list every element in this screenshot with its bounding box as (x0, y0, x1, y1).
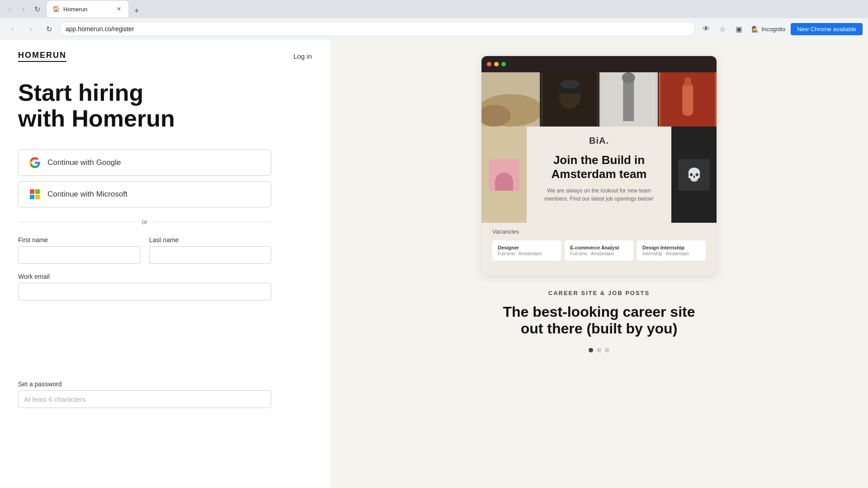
preview-dot-red (487, 62, 491, 66)
incognito-icon: 🕵 (751, 26, 759, 33)
first-name-input[interactable] (18, 246, 140, 264)
svg-rect-12 (623, 78, 634, 121)
forward-button[interactable]: › (17, 3, 30, 15)
bookmark-button[interactable]: ☆ (715, 22, 730, 36)
site-header: HOMERUN Log in (18, 40, 312, 80)
svg-rect-3 (35, 195, 40, 199)
google-auth-button[interactable]: Continue with Google (18, 150, 271, 176)
active-tab[interactable]: 🏠 Homerun ✕ (47, 1, 128, 17)
job-type-0: Full-time · Amsterdam (498, 251, 556, 256)
accessibility-button[interactable]: 👁 (699, 22, 713, 36)
last-name-group: Last name (149, 236, 271, 264)
svg-point-13 (622, 72, 635, 83)
tabs-container: 🏠 Homerun ✕ + (47, 1, 864, 17)
hero-title: Start hiring with Homerun (18, 80, 244, 131)
right-panel: BiA. Join the Build in Amsterdam team We… (330, 40, 868, 488)
email-group: Work email (18, 273, 271, 371)
svg-point-10 (560, 80, 579, 89)
mosaic-man-image (541, 72, 599, 127)
address-bar-url: app.homerun.co/register (66, 25, 689, 33)
name-form-row: First name Last name (18, 236, 271, 264)
svg-rect-1 (35, 189, 40, 194)
carousel-headline: The best-looking career site out there (… (503, 304, 695, 337)
mosaic-sand-image (481, 72, 540, 127)
bottle-icon (659, 72, 717, 127)
job-card-0: Designer Full-time · Amsterdam (492, 240, 561, 261)
preview-vacancies-section: Vacancies Designer Full-time · Amsterdam… (481, 223, 717, 275)
side-image-left (481, 127, 527, 223)
email-label: Work email (18, 273, 271, 280)
reload-nav-button[interactable]: ↻ (42, 22, 56, 36)
browser-window: ‹ › ↻ 🏠 Homerun ✕ + ‹ › ↻ app.homerun.co… (0, 0, 868, 488)
google-icon (29, 157, 40, 168)
career-preview-card: BiA. Join the Build in Amsterdam team We… (481, 56, 717, 275)
last-name-label: Last name (149, 236, 271, 244)
left-panel: HOMERUN Log in Start hiring with Homerun (0, 40, 330, 488)
first-name-label: First name (18, 236, 140, 244)
carousel-section: Career site & job posts The best-looking… (488, 290, 709, 352)
password-label: Set a password (18, 380, 271, 388)
job-type-2: Internship · Amsterdam (642, 251, 700, 256)
logo: HOMERUN (18, 51, 66, 62)
job-type-1: Full-time · Amsterdam (570, 251, 628, 256)
man-hat-icon (541, 72, 599, 127)
preview-dot-yellow (494, 62, 499, 66)
preview-brand: BiA. (538, 136, 660, 146)
preview-dot-green (501, 62, 506, 66)
microsoft-auth-button[interactable]: Continue with Microsoft (18, 181, 271, 207)
carousel-dot-1[interactable] (589, 348, 593, 352)
sidebar-button[interactable]: ▣ (731, 22, 746, 36)
vacancies-label: Vacancies (489, 228, 709, 235)
carousel-dot-2[interactable] (597, 348, 601, 352)
carousel-dots (503, 348, 695, 352)
tab-bar: ‹ › ↻ 🏠 Homerun ✕ + (0, 0, 868, 18)
tab-close-button[interactable]: ✕ (115, 5, 123, 13)
last-name-input[interactable] (149, 246, 271, 264)
password-input[interactable] (18, 390, 271, 408)
new-tab-button[interactable]: + (130, 5, 143, 17)
svg-rect-0 (30, 189, 34, 194)
svg-rect-15 (682, 83, 693, 116)
preview-jobs-list: Designer Full-time · Amsterdam E-commerc… (489, 240, 709, 268)
preview-top-bar (481, 56, 717, 72)
preview-subtitle: We are always on the lookout for new tea… (538, 187, 660, 203)
new-chrome-button[interactable]: New Chrome available (791, 23, 863, 35)
microsoft-icon (29, 189, 40, 200)
carousel-dot-3[interactable] (605, 348, 609, 352)
job-title-0: Designer (498, 245, 556, 250)
back-button[interactable]: ‹ (4, 3, 16, 15)
first-name-group: First name (18, 236, 140, 264)
toolbar-right: 👁 ☆ ▣ 🕵 Incognito New Chrome available (699, 22, 863, 36)
login-link[interactable]: Log in (293, 52, 312, 60)
reload-button[interactable]: ↻ (31, 3, 43, 15)
preview-mosaic (481, 72, 717, 127)
auth-buttons: Continue with Google Continue with Micro… (18, 150, 312, 207)
svg-rect-2 (30, 195, 34, 199)
preview-join-title: Join the Build in Amsterdam team (538, 153, 660, 181)
incognito-button[interactable]: 🕵 Incognito (748, 24, 789, 34)
page-content: HOMERUN Log in Start hiring with Homerun (0, 40, 868, 488)
svg-rect-16 (684, 78, 691, 86)
sand-dunes-icon (481, 72, 540, 127)
carousel-eyebrow: Career site & job posts (503, 290, 695, 296)
back-nav-button[interactable]: ‹ (5, 22, 20, 36)
password-group: Set a password (18, 380, 271, 479)
tab-favicon: 🏠 (52, 5, 60, 13)
email-input[interactable] (18, 283, 271, 300)
mosaic-bottle-image (659, 72, 717, 127)
forward-nav-button[interactable]: › (24, 22, 38, 36)
job-title-1: E-commerce Analyst (570, 245, 628, 250)
preview-center-content: BiA. Join the Build in Amsterdam team We… (527, 127, 671, 223)
address-bar[interactable]: app.homerun.co/register (60, 22, 695, 36)
figure-icon (599, 72, 658, 127)
job-title-2: Design Internship (642, 245, 700, 250)
mosaic-figure-image (599, 72, 658, 127)
job-card-1: E-commerce Analyst Full-time · Amsterdam (565, 240, 633, 261)
preview-main-area: BiA. Join the Build in Amsterdam team We… (481, 127, 717, 223)
tab-history: ‹ › ↻ (4, 3, 43, 15)
or-divider: or (18, 218, 271, 225)
job-card-2: Design Internship Internship · Amsterdam (637, 240, 706, 261)
side-image-right: 💀 (671, 127, 717, 223)
toolbar: ‹ › ↻ app.homerun.co/register 👁 ☆ ▣ 🕵 In… (0, 18, 868, 40)
tab-title: Homerun (63, 6, 111, 13)
